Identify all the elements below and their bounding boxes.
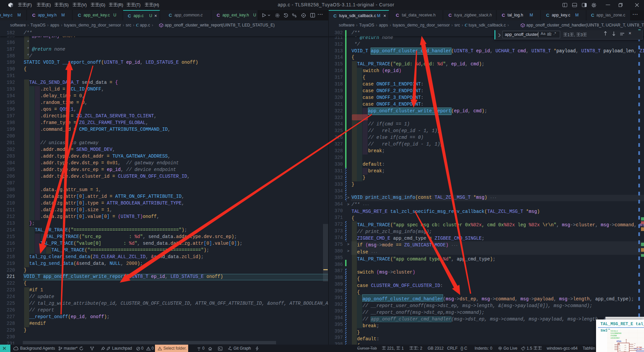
- svg-text:C1: C1: [625, 349, 626, 350]
- svg-text:LM: LM: [625, 347, 626, 348]
- svg-text:12 SW1: 12 SW1: [637, 347, 642, 348]
- svg-text:IO: IO: [619, 345, 620, 346]
- svg-text:XTU1: XTU1: [616, 340, 622, 343]
- svg-text:P7: P7: [619, 346, 620, 348]
- svg-text:CO: CO: [619, 348, 620, 349]
- svg-text:3: 3: [634, 345, 635, 346]
- svg-text:SWS: SWS: [619, 350, 621, 351]
- svg-text:NC: NC: [625, 345, 626, 346]
- svg-text:X1X1ZBBBZNHN: X1X1ZBBBZNHN: [610, 333, 622, 334]
- svg-text:CPUZBBB: CPUZBBB: [610, 335, 617, 337]
- svg-text:310+Wa+d: 310+Wa+d: [610, 330, 618, 332]
- svg-text:RST: RST: [624, 351, 627, 352]
- svg-text:LED1B2HB2Z: LED1B2HB2Z: [610, 337, 620, 339]
- svg-text:21: 21: [634, 343, 636, 344]
